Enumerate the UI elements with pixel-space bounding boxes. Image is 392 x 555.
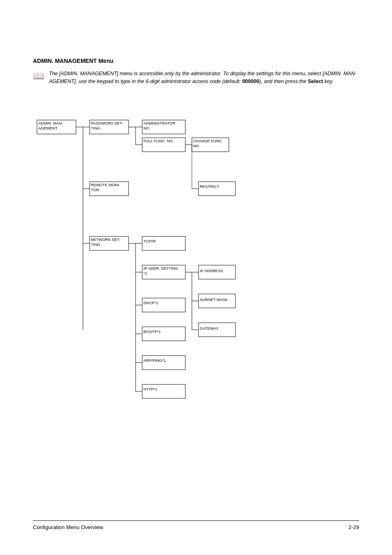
svg-text:REMOTE MONI-: REMOTE MONI- bbox=[91, 183, 120, 187]
note-code: 000000 bbox=[242, 79, 259, 84]
svg-text:PASSWORD SET-: PASSWORD SET- bbox=[91, 121, 123, 125]
note-text-part3: key. bbox=[323, 79, 333, 84]
note-box: 📖 The [ADMIN. MANAGEMENT] menu is access… bbox=[33, 70, 359, 86]
svg-text:RESTRICT: RESTRICT bbox=[200, 184, 219, 189]
footer-left: Configuration Menu Overview bbox=[33, 524, 103, 530]
tree-diagram: ADMIN. MAN- AGEMENT PASSWORD SET- TING A… bbox=[33, 95, 359, 434]
svg-text:HTTP*1: HTTP*1 bbox=[143, 387, 157, 391]
footer: Configuration Menu Overview 2-29 bbox=[33, 520, 359, 530]
note-text: The [ADMIN. MANAGEMENT] menu is accessib… bbox=[49, 70, 359, 86]
svg-text:TING: TING bbox=[91, 242, 100, 247]
tree-svg: ADMIN. MAN- AGEMENT PASSWORD SET- TING A… bbox=[33, 95, 312, 432]
svg-text:FULL FUNC. NO.: FULL FUNC. NO. bbox=[143, 139, 174, 143]
footer-right: 2-29 bbox=[348, 524, 359, 530]
section-title: ADMIN. MANAGEMENT Menu bbox=[33, 58, 359, 64]
svg-text:IP ADDRESS: IP ADDRESS bbox=[200, 268, 223, 273]
svg-text:ARP/PING*1: ARP/PING*1 bbox=[143, 358, 166, 363]
note-key: Select bbox=[308, 79, 323, 84]
note-icon: 📖 bbox=[33, 71, 44, 81]
svg-text:AGEMENT: AGEMENT bbox=[38, 126, 58, 130]
svg-text:IP ADDR. SETTING: IP ADDR. SETTING bbox=[143, 266, 178, 271]
svg-text:ADMINISTRATOR: ADMINISTRATOR bbox=[143, 121, 175, 125]
svg-text:CHANGE FUNC.: CHANGE FUNC. bbox=[193, 139, 223, 143]
svg-text:DHCP*1: DHCP*1 bbox=[143, 301, 158, 305]
svg-text:ADMIN. MAN-: ADMIN. MAN- bbox=[38, 121, 63, 125]
svg-text:TCP/IP: TCP/IP bbox=[143, 239, 156, 243]
svg-text:*1: *1 bbox=[143, 271, 147, 275]
svg-text:NO.: NO. bbox=[143, 126, 150, 130]
svg-text:SUBNET MASK: SUBNET MASK bbox=[200, 297, 228, 302]
svg-text:NO.: NO. bbox=[193, 143, 200, 148]
note-text-part2: ), and then press the bbox=[259, 79, 308, 84]
svg-text:NETWORK SET-: NETWORK SET- bbox=[91, 237, 120, 242]
svg-text:GATEWAY: GATEWAY bbox=[200, 326, 219, 331]
svg-text:TOR: TOR bbox=[91, 187, 99, 192]
svg-text:TING: TING bbox=[91, 126, 100, 130]
page-content: ADMIN. MANAGEMENT Menu 📖 The [ADMIN. MAN… bbox=[0, 0, 392, 458]
svg-text:BOOTP*1: BOOTP*1 bbox=[143, 329, 161, 334]
